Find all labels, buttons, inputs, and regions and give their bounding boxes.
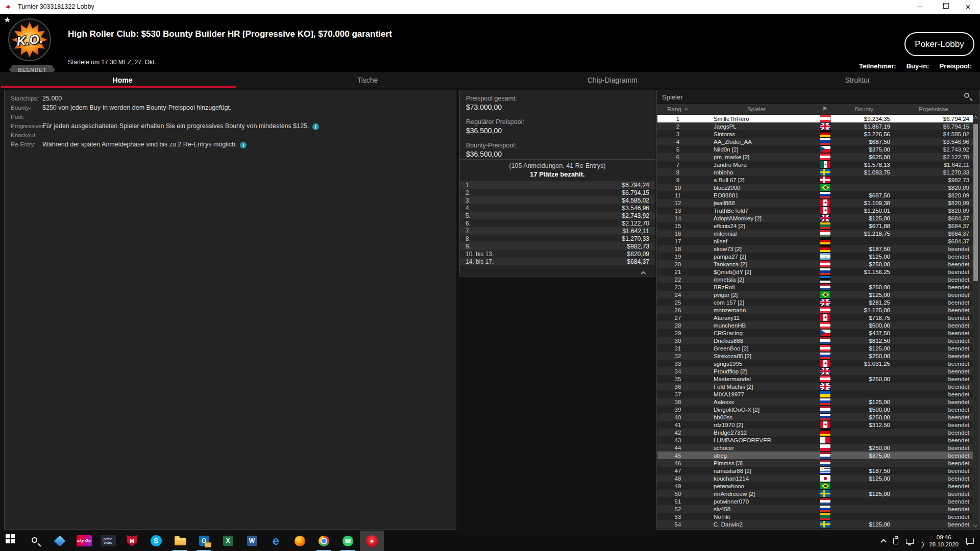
taskbar-skype-icon[interactable]: S xyxy=(144,531,168,551)
table-row[interactable]: 33 sgrigs1995 $1.031,25 beendet xyxy=(657,360,974,367)
taskbar-pokerstars-icon[interactable]: ♠ xyxy=(360,531,384,551)
restore-button[interactable] xyxy=(932,0,956,14)
taskbar-excel-icon[interactable]: X xyxy=(216,531,240,551)
tray-expand-icon[interactable] xyxy=(881,539,887,544)
table-row[interactable]: 34 Proudflop [2] beendet xyxy=(657,367,974,375)
table-row[interactable]: 17 nilsef $684,37 xyxy=(657,237,974,245)
table-row[interactable]: 7 Jandro Mura $1.578,13 $1.642,11 xyxy=(657,161,974,168)
table-row[interactable]: 24 pvigar [2] $125,00 beendet xyxy=(657,291,974,298)
taskbar-word-icon[interactable]: W xyxy=(240,531,264,551)
table-row[interactable]: 32 Strekoza85 [2] $250,00 beendet xyxy=(657,352,974,360)
table-row[interactable]: 46 Pimmss [3] beendet xyxy=(657,459,974,467)
table-row[interactable]: 51 potwinner070 beendet xyxy=(657,497,974,505)
taskbar-explorer-icon[interactable] xyxy=(168,531,192,551)
table-row[interactable]: 1 SmilleThHero $9.234,35 $6.794,24 xyxy=(657,115,974,122)
tab-home[interactable]: Home xyxy=(0,72,245,88)
table-row[interactable]: 28 munchenHB $500,00 beendet xyxy=(657,321,974,329)
table-row[interactable]: 13 TruthBeTold7 $1.250,01 $820,09 xyxy=(657,207,974,214)
table-row[interactable]: 11 EO88881 $687,50 $820,09 xyxy=(657,191,974,199)
minimize-button[interactable] xyxy=(908,0,932,14)
table-row[interactable]: 18 skow73 [2] $187,50 beendet xyxy=(657,245,974,253)
table-row[interactable]: 44 schocer $250,00 beendet xyxy=(657,444,974,452)
table-row[interactable]: 21 $()meb()dY [2] $1.156,25 beendet xyxy=(657,268,974,276)
taskbar-whatsapp-icon[interactable]: ☎ xyxy=(336,531,360,551)
close-button[interactable]: × xyxy=(956,0,980,14)
table-row[interactable]: 45 utreg $375,00 beendet xyxy=(657,452,974,459)
table-scrollbar[interactable] xyxy=(973,115,979,529)
player-search-input[interactable]: Spieler xyxy=(657,90,979,104)
table-row[interactable]: 40 bb00ss $250,00 beendet xyxy=(657,413,974,421)
player-name: robinho xyxy=(698,169,816,176)
table-row[interactable]: 26 monzemann $1.125,00 beendet xyxy=(657,306,974,314)
tab-struktur[interactable]: Struktur xyxy=(735,72,980,88)
taskbar-outlook-icon[interactable]: O xyxy=(192,531,216,551)
table-row[interactable]: 31 GreenBoo [2] $125,00 beendet xyxy=(657,344,974,352)
usb-icon[interactable] xyxy=(893,538,898,544)
table-row[interactable]: 8 robinho $1.093,75 $1.270,33 xyxy=(657,168,974,176)
table-row[interactable]: 30 Driekus888 $812,50 beendet xyxy=(657,337,974,344)
column-header-flag-icon[interactable] xyxy=(815,106,835,112)
column-header-player[interactable]: Spieler xyxy=(698,106,815,112)
table-row[interactable]: 55 Aadi 047 $187,50 beendet xyxy=(657,528,974,529)
taskbar-prime-icon[interactable]: prime video xyxy=(96,531,120,551)
payout-collapse-chevron[interactable] xyxy=(642,268,647,273)
taskbar-edge-icon[interactable]: e xyxy=(264,531,288,551)
search-icon[interactable] xyxy=(964,93,969,98)
table-row[interactable]: 36 Fold Machiii [2] beendet xyxy=(657,383,974,390)
table-row[interactable]: 53 NoTilit beendet xyxy=(657,513,974,520)
column-header-results[interactable]: Ergebnisse xyxy=(894,106,973,112)
table-row[interactable]: 35 Mastermandel $250,00 beendet xyxy=(657,375,974,383)
table-row[interactable]: 4 AA_Zlodei_AA $687,50 $3.546,96 xyxy=(657,138,974,145)
taskbar-clock[interactable]: 09:46 28.10.2020 xyxy=(929,534,959,548)
table-row[interactable]: 54 C. Darwin2 $125,00 beendet xyxy=(657,520,974,528)
table-row[interactable]: 20 Tankanza [2] $250,00 beendet xyxy=(657,260,974,268)
taskbar-mcafee-icon[interactable]: M xyxy=(120,531,144,551)
scroll-down-icon[interactable] xyxy=(973,523,977,527)
tab-tische[interactable]: Tische xyxy=(245,72,490,88)
table-row[interactable]: 48 kouchan1214 $125,00 beendet xyxy=(657,474,974,482)
taskbar-firefox-icon[interactable] xyxy=(288,531,312,551)
poker-lobby-button[interactable]: Poker-Lobby xyxy=(904,32,974,56)
table-row[interactable]: 19 pampa27 [2] $125,00 beendet xyxy=(657,253,974,260)
table-row[interactable]: 23 BRzRoll $250,00 beendet xyxy=(657,283,974,291)
network-icon[interactable] xyxy=(906,539,914,544)
table-row[interactable]: 38 Aalexxs $125,00 beendet xyxy=(657,398,974,406)
table-row[interactable]: 50 mrAndreeew [2] $125,00 beendet xyxy=(657,490,974,497)
table-row[interactable]: 15 efkinis24 [2] $671,88 $684,37 xyxy=(657,222,974,230)
tab-chip-diagramm[interactable]: Chip-Diagramm xyxy=(490,72,735,88)
taskbar-skygo-icon[interactable]: sky Go xyxy=(72,531,96,551)
table-row[interactable]: 42 Bridge27312 beendet xyxy=(657,429,974,436)
column-header-bounty[interactable]: Bounty xyxy=(835,106,894,112)
table-row[interactable]: 3 Sintoras $3.226,56 $4.585,02 xyxy=(657,130,974,138)
table-row[interactable]: 14 AdoptAMonkey [2] $125,00 $684,37 xyxy=(657,214,974,222)
table-row[interactable]: 49 peterwhooo beendet xyxy=(657,482,974,490)
table-row[interactable]: 52 slv458 beendet xyxy=(657,505,974,513)
table-row[interactable]: 43 LUMBAGOFOREVER beendet xyxy=(657,436,974,444)
table-row[interactable]: 37 MIXA19977 beendet xyxy=(657,390,974,398)
scroll-up-icon[interactable] xyxy=(973,116,977,120)
action-center-icon[interactable] xyxy=(966,538,974,544)
table-row[interactable]: 2 JaegsPL $1.867,19 $6.794,15 xyxy=(657,122,974,130)
table-row[interactable]: 10 blacz2000 $820,09 xyxy=(657,184,974,191)
table-row[interactable]: 39 DingolitOoO-X [2] $500,00 beendet xyxy=(657,406,974,413)
info-icon[interactable]: i xyxy=(312,123,319,130)
taskbar-search-icon[interactable] xyxy=(24,531,48,551)
taskbar-chrome-icon[interactable] xyxy=(312,531,336,551)
info-icon[interactable]: i xyxy=(240,142,247,148)
table-row[interactable]: 22 mmetsla [2] beendet xyxy=(657,276,974,283)
table-row[interactable]: 6 pm_marke [2] $625,00 $2.122,70 xyxy=(657,153,974,161)
table-row[interactable]: 16 milennial $1.218,75 $684,37 xyxy=(657,230,974,237)
table-row[interactable]: 29 CRGracing $437,50 beendet xyxy=(657,329,974,337)
table-row[interactable]: 9 a Bull 67 [2] $982,73 xyxy=(657,176,974,184)
table-row[interactable]: 41 rdz1970 [2] $312,50 beendet xyxy=(657,421,974,429)
scrollbar-thumb[interactable] xyxy=(973,124,978,281)
table-row[interactable]: 27 Ataraxy11 $718,75 beendet xyxy=(657,314,974,321)
table-row[interactable]: 47 ramastar88 [2] $187,50 beendet xyxy=(657,467,974,474)
taskbar-diamond-icon[interactable] xyxy=(48,531,72,551)
table-row[interactable]: 5 Nild0n [2] $375,00 $2.743,92 xyxy=(657,145,974,153)
player-bounty: $500,00 xyxy=(835,322,894,329)
table-row[interactable]: 25 com 157 [2] $281,25 beendet xyxy=(657,298,974,306)
column-header-rank[interactable]: Rang xyxy=(657,106,698,112)
table-row[interactable]: 12 jwall888 $1.109,38 $820,09 xyxy=(657,199,974,207)
taskbar-start-icon[interactable] xyxy=(0,531,24,551)
